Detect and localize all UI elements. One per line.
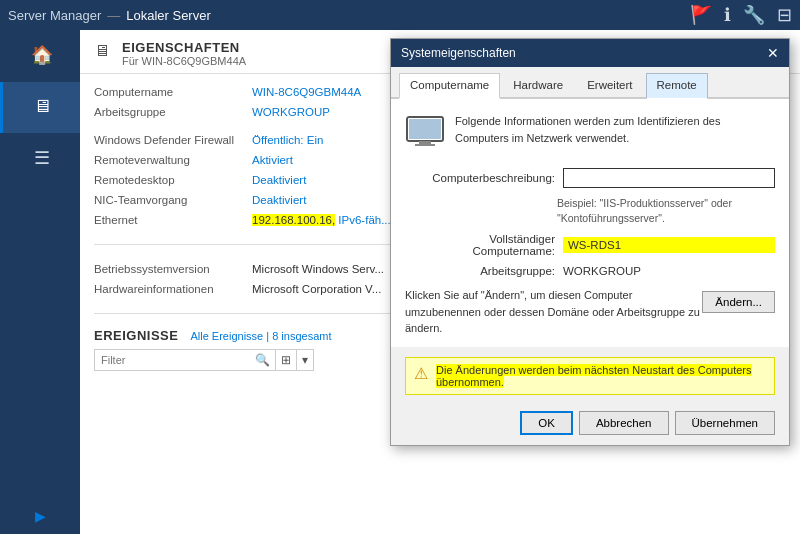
- info-icon[interactable]: ℹ: [724, 4, 731, 26]
- top-bar-right: 🚩 ℹ 🔧 ⊟: [690, 4, 792, 26]
- events-title: EREIGNISSE: [94, 328, 178, 343]
- dialog-warning: ⚠ Die Änderungen werden beim nächsten Ne…: [405, 357, 775, 395]
- abbrechen-button[interactable]: Abbrechen: [579, 411, 669, 435]
- prop-label-hw: Hardwareinformationen: [94, 281, 244, 297]
- filter-dropdown-icon[interactable]: ▾: [296, 350, 313, 370]
- tab-erweitert[interactable]: Erweitert: [576, 73, 643, 97]
- flag-icon[interactable]: 🚩: [690, 4, 712, 26]
- all-servers-icon: ☰: [11, 147, 72, 169]
- prop-label-workgroup: Arbeitsgruppe: [94, 104, 244, 120]
- change-text: Klicken Sie auf "Ändern", um diesen Comp…: [405, 289, 700, 334]
- properties-header-icon: 🖥: [94, 42, 114, 62]
- dialog-close-button[interactable]: ✕: [767, 45, 779, 61]
- workgroup-label: Arbeitsgruppe:: [405, 265, 555, 277]
- server-manager: Server Manager — Lokaler Server 🚩 ℹ 🔧 ⊟ …: [0, 0, 800, 534]
- aendern-button[interactable]: Ändern...: [702, 291, 775, 313]
- local-server-icon: 🖥: [11, 96, 72, 117]
- events-link[interactable]: Alle Ereignisse | 8 insgesamt: [190, 330, 331, 342]
- fullname-value: WS-RDS1: [563, 237, 775, 253]
- prop-label-remotedesktop: Remotedesktop: [94, 172, 244, 188]
- dialog-tabs: Computername Hardware Erweitert Remote: [391, 67, 789, 99]
- dialog-form-fullname: Vollständiger Computername: WS-RDS1: [405, 233, 775, 257]
- dialog-content: Folgende Informationen werden zum Identi…: [391, 99, 789, 347]
- prop-label-nic: NIC-Teamvorgang: [94, 192, 244, 208]
- properties-subtitle: Für WIN-8C6Q9GBM44A: [122, 55, 246, 67]
- dialog-form-workgroup: Arbeitsgruppe: WORKGROUP: [405, 265, 775, 277]
- filter-input[interactable]: [95, 351, 250, 369]
- dialog-buttons: OK Abbrechen Übernehmen: [391, 403, 789, 445]
- page-subtitle: Lokaler Server: [126, 8, 211, 23]
- filter-bar: 🔍 ⊞ ▾: [94, 349, 314, 371]
- fullname-label: Vollständiger Computername:: [405, 233, 555, 257]
- tab-remote[interactable]: Remote: [646, 73, 708, 99]
- grid-icon[interactable]: ⊞: [275, 350, 296, 370]
- prop-label-os: Betriebssystemversion: [94, 261, 244, 277]
- svg-rect-3: [415, 144, 435, 146]
- prop-label-firewall: Windows Defender Firewall: [94, 132, 244, 148]
- prop-label-ethernet: Ethernet: [94, 212, 244, 228]
- app-title: Server Manager: [8, 8, 101, 23]
- computer-icon: [405, 115, 445, 156]
- top-bar: Server Manager — Lokaler Server 🚩 ℹ 🔧 ⊟: [0, 0, 800, 30]
- sidebar-expand-icon[interactable]: ▶: [35, 508, 46, 524]
- properties-title: EIGENSCHAFTEN: [122, 40, 246, 55]
- sidebar-item-dashboard[interactable]: 🏠: [0, 30, 80, 82]
- sidebar: 🏠 🖥 ☰ ▶: [0, 30, 80, 534]
- tab-hardware[interactable]: Hardware: [502, 73, 574, 97]
- dialog-title: Systemeigenschaften: [401, 46, 516, 60]
- warning-icon: ⚠: [414, 364, 428, 383]
- search-icon[interactable]: 🔍: [250, 350, 275, 370]
- workgroup-value: WORKGROUP: [563, 265, 775, 277]
- prop-label-remoteverwaltung: Remoteverwaltung: [94, 152, 244, 168]
- change-section: Ändern... Klicken Sie auf "Ändern", um d…: [405, 287, 775, 337]
- desc-note: Beispiel: "IIS-Produktionsserver" oder"K…: [557, 196, 775, 225]
- uebernehmen-button[interactable]: Übernehmen: [675, 411, 775, 435]
- prop-label-computername: Computername: [94, 84, 244, 100]
- dialog-info-text: Folgende Informationen werden zum Identi…: [455, 113, 775, 146]
- warning-text: Die Änderungen werden beim nächsten Neus…: [436, 364, 766, 388]
- tab-computername[interactable]: Computername: [399, 73, 500, 99]
- dialog-info-row: Folgende Informationen werden zum Identi…: [405, 113, 775, 156]
- desc-label: Computerbeschreibung:: [405, 172, 555, 184]
- sidebar-item-all[interactable]: ☰: [0, 133, 80, 185]
- svg-rect-2: [419, 141, 431, 144]
- desc-input[interactable]: [563, 168, 775, 188]
- dashboard-icon: 🏠: [11, 44, 72, 66]
- dialog-titlebar: Systemeigenschaften ✕: [391, 39, 789, 67]
- dialog-form: Computerbeschreibung:: [405, 168, 775, 188]
- tools-icon[interactable]: 🔧: [743, 4, 765, 26]
- sidebar-item-local[interactable]: 🖥: [0, 82, 80, 133]
- system-properties-dialog: Systemeigenschaften ✕ Computername Hardw…: [390, 38, 790, 446]
- ok-button[interactable]: OK: [520, 411, 573, 435]
- svg-rect-1: [409, 119, 441, 139]
- window-icon[interactable]: ⊟: [777, 4, 792, 26]
